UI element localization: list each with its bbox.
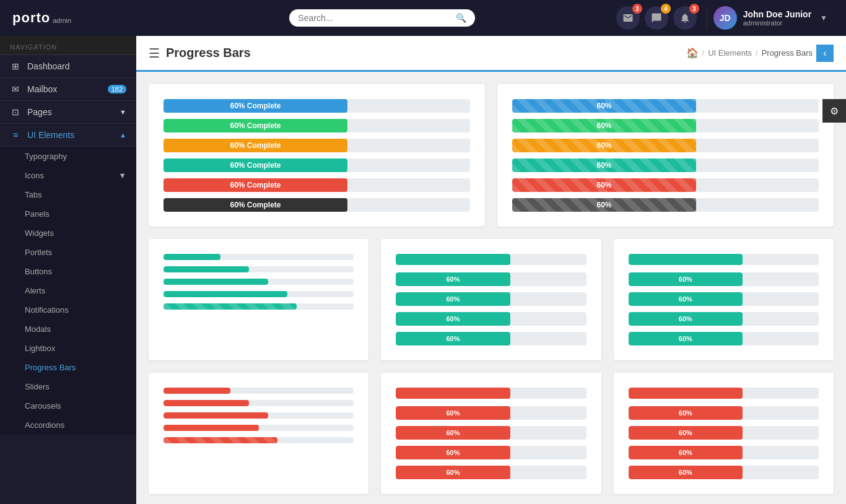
sidebar-sub-panels[interactable]: Panels <box>0 204 136 224</box>
progress-track-blue-solid: 60% Complete <box>164 99 470 113</box>
sidebar-item-pages[interactable]: ⊡ Pages ▼ <box>0 101 136 124</box>
sidebar-sub-buttons[interactable]: Buttons <box>0 262 136 281</box>
progress-fill-red: 60% Complete <box>164 178 347 192</box>
breadcrumb-sep1: / <box>702 48 705 58</box>
user-name: John Doe Junior <box>743 9 811 19</box>
sidebar-sub-carousels[interactable]: Carousels <box>0 396 136 415</box>
progress-fill-green-striped: 60% <box>512 119 696 133</box>
striped-progress-group: 60% 60% 60% 60% 60% <box>512 99 819 212</box>
sm-lbl-fill-2-1: 60% <box>396 272 510 286</box>
home-icon[interactable]: 🏠 <box>686 47 699 59</box>
red-lbl-track-3-1: 60% <box>629 406 819 420</box>
small-progress-group-3: 60% 60% 60% 60% <box>629 254 819 345</box>
sidebar-sub-widgets[interactable]: Widgets <box>0 224 136 243</box>
red-progress-group-2: 60% 60% 60% 60% <box>396 388 586 479</box>
sm-lbl-fill-3-4: 60% <box>629 332 743 345</box>
sidebar-sub-portlets[interactable]: Portlets <box>0 243 136 262</box>
small-progress-group-1 <box>164 254 354 310</box>
sidebar-sub-notifications[interactable]: Notifications <box>0 300 136 319</box>
red-lbl-fill-2-1: 60% <box>396 406 510 420</box>
breadcrumb: 🏠 / UI Elements / Progress Bars ‹ <box>686 45 834 62</box>
breadcrumb-ui-elements[interactable]: UI Elements <box>708 48 752 58</box>
logo-area: porto admin <box>12 10 149 26</box>
red-sm-fill-1-3 <box>164 412 268 419</box>
search-box: 🔍 <box>289 9 475 27</box>
sm-track-1-4 <box>164 291 354 297</box>
sidebar-item-label: UI Elements <box>27 130 74 140</box>
envelope-badge: 3 <box>632 4 642 14</box>
sidebar-sub-tabs[interactable]: Tabs <box>0 185 136 204</box>
collapse-button[interactable]: ‹ <box>816 45 834 62</box>
red-sm-fill-1-4 <box>164 425 259 431</box>
page-title: Progress Bars <box>166 46 251 60</box>
chat-badge: 4 <box>661 4 671 14</box>
red-lbl-fill-3-2: 60% <box>629 426 743 440</box>
sidebar-sub-sliders[interactable]: Sliders <box>0 377 136 396</box>
progress-fill-orange: 60% Complete <box>164 139 347 152</box>
sm-fill-1-1 <box>164 254 220 260</box>
red-sm-track-1-4 <box>164 425 354 431</box>
sidebar-sub-accordions[interactable]: Accordions <box>0 415 136 435</box>
small-bars-card-3: 60% 60% 60% 60% <box>614 239 834 360</box>
sidebar-sub-lightbox[interactable]: Lightbox <box>0 339 136 358</box>
red-lbl-track-2-3: 60% <box>396 446 586 459</box>
red-lbl-track-3-3: 60% <box>629 446 819 459</box>
red-bars-card-1 <box>149 373 368 494</box>
red-bars-card-2: 60% 60% 60% 60% <box>381 373 601 494</box>
main-area: ☰ Progress Bars 🏠 / UI Elements / Progre… <box>136 36 846 504</box>
sm-lbl-fill-3-1: 60% <box>629 272 743 286</box>
topbar-right: 3 4 3 JD John Doe Junior administrator ▼ <box>616 6 834 30</box>
user-chevron-icon: ▼ <box>820 14 827 22</box>
breadcrumb-current: Progress Bars <box>762 48 813 58</box>
layout: Navigation ⊞ Dashboard ✉ Mailbox 182 ⊡ P… <box>0 36 846 504</box>
sidebar-sub-alerts[interactable]: Alerts <box>0 281 136 300</box>
user-role: administrator <box>743 19 811 27</box>
progress-fill-green: 60% Complete <box>164 119 347 133</box>
small-bars-card-1 <box>149 239 368 360</box>
user-menu[interactable]: JD John Doe Junior administrator ▼ <box>707 6 834 30</box>
topbar: porto admin 🔍 3 4 3 JD John Doe Junior a… <box>0 0 846 36</box>
search-icon: 🔍 <box>456 13 466 23</box>
solid-colors-card: 60% Complete 60% Complete 60% Complete 6… <box>149 84 485 227</box>
red-lbl-track-3-2: 60% <box>629 426 819 440</box>
hamburger-icon[interactable]: ☰ <box>149 46 160 61</box>
sidebar-sub-typography[interactable]: Typography <box>0 147 136 166</box>
red-sm-track-1-5 <box>164 437 354 443</box>
sidebar-sub-icons[interactable]: Icons ▼ <box>0 166 136 185</box>
sidebar-item-dashboard[interactable]: ⊞ Dashboard <box>0 55 136 78</box>
red-sm-fill-1-1 <box>164 388 230 394</box>
sidebar-sub-modals[interactable]: Modals <box>0 319 136 339</box>
progress-track-green-solid: 60% Complete <box>164 119 470 133</box>
dashboard-icon: ⊞ <box>10 61 21 71</box>
solid-progress-group: 60% Complete 60% Complete 60% Complete 6… <box>164 99 470 212</box>
sm-fill-1-3 <box>164 279 268 285</box>
red-lbl-fill-3-1: 60% <box>629 406 743 420</box>
red-lbl-fill-2-4: 60% <box>396 466 510 479</box>
sidebar-item-ui-elements[interactable]: ≡ UI Elements ▲ <box>0 124 136 147</box>
bell-notif-button[interactable]: 3 <box>673 6 697 30</box>
red-lbl-fill-2-0 <box>396 388 510 399</box>
envelope-notif-button[interactable]: 3 <box>616 6 640 30</box>
chat-notif-button[interactable]: 4 <box>645 6 668 30</box>
progress-track-red-solid: 60% Complete <box>164 178 470 192</box>
sidebar-sub-progress-bars[interactable]: Progress Bars <box>0 358 136 377</box>
red-lbl-fill-3-3: 60% <box>629 446 743 459</box>
sm-track-1-2 <box>164 266 354 272</box>
sm-lbl-track-3-3: 60% <box>629 312 819 326</box>
sm-lbl-track-3-1: 60% <box>629 272 819 286</box>
pages-chevron-icon: ▼ <box>120 108 126 116</box>
topbar-mid: 🔍 <box>149 9 616 27</box>
red-lbl-track-2-0 <box>396 388 586 399</box>
sm-lbl-track-2-4: 60% <box>396 332 586 345</box>
striped-colors-card: 60% 60% 60% 60% 60% <box>497 84 834 227</box>
settings-button[interactable]: ⚙ <box>822 99 846 123</box>
sm-lbl-fill-2-2: 60% <box>396 292 510 306</box>
progress-track-dark-striped: 60% <box>512 198 819 212</box>
sidebar-item-mailbox[interactable]: ✉ Mailbox 182 <box>0 78 136 101</box>
sm-lbl-fill-2-3: 60% <box>396 312 510 326</box>
pages-icon: ⊡ <box>10 107 21 117</box>
content-area: ⚙ 60% Complete 60% Complete 60% Complete <box>136 72 846 504</box>
red-lbl-fill-2-3: 60% <box>396 446 510 459</box>
search-input[interactable] <box>298 13 456 23</box>
red-lbl-track-2-1: 60% <box>396 406 586 420</box>
